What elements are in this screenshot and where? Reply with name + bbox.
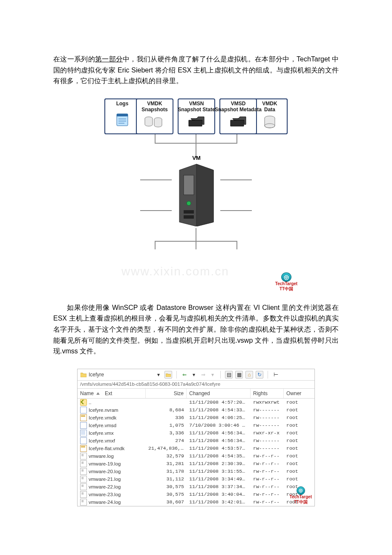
connector (220, 210, 252, 211)
cylinder-icon (254, 113, 285, 130)
card-vmdk-snap-title: VMDK Snapshots (141, 101, 167, 113)
file-row[interactable]: vmware-24.log38,60711/11/2008 3:42:01 PM… (78, 498, 314, 506)
col-header-owner[interactable]: Owner (284, 389, 308, 398)
file-row[interactable]: vmware-22.log30,57511/11/2008 3:37:34 PM… (78, 483, 314, 491)
file-size: 31,112 (146, 476, 187, 482)
file-name-cell: vmware-19.log (78, 460, 146, 467)
file-size: 8,684 (146, 407, 187, 413)
file-changed: 11/11/2008 3:31:55 PM (187, 468, 251, 474)
connector (236, 134, 237, 143)
col-header-size[interactable]: Size (146, 389, 187, 398)
home-icon[interactable]: ⌂ (245, 371, 253, 379)
file-name-cell: Icefyre-flat.vmdk (78, 445, 146, 452)
file-changed: 11/11/2008 4:57:20 PM (187, 399, 251, 405)
forward-menu-icon[interactable]: ▾ (209, 371, 216, 378)
col-header-rights[interactable]: Rights (251, 389, 284, 398)
log-icon (80, 468, 87, 475)
file-row[interactable]: vmware-19.log31,28111/11/2008 2:30:39 PM… (78, 460, 314, 468)
file-name-cell: Icefyre.vmsd (78, 422, 146, 429)
vmdk-icon (80, 445, 87, 452)
file-size: 21,474,836,480 (146, 445, 187, 451)
file-name: .. (89, 400, 91, 405)
col-header-name[interactable]: Name Ext (78, 389, 146, 398)
file-browser-toolbar: Icefyre ▾ ⇐ ▾ ⇒ ▾ ▤ ▦ ⌂ ↻ ⊢ (78, 369, 314, 381)
file-browser-path: /vmfs/volumes/442d541b-cb5a815d-6083-001… (78, 381, 314, 389)
file-row[interactable]: vmware.log32,57911/11/2008 4:54:35 PMrw-… (78, 452, 314, 460)
file-changed: 11/11/2008 4:53:57 PM (187, 445, 251, 451)
file-row[interactable]: Icefyre.vmsd1,0757/10/2008 3:00:46 PMrw-… (78, 422, 314, 429)
file-row[interactable]: Icefyre.nvram8,68411/11/2008 4:54:33 PMr… (78, 406, 314, 414)
folder-stack-icon (180, 113, 213, 130)
file-changed: 11/11/2008 4:06:25 PM (187, 415, 251, 420)
col-header-size-label: Size (174, 390, 184, 396)
connector (155, 241, 196, 242)
file-name-cell: vmware-21.log (78, 476, 146, 483)
page: 在这一系列的第一部分中，我们从硬件角度了解了什么是虚拟机。在本部分中，TechT… (0, 0, 392, 532)
col-header-rights-label: Rights (253, 390, 268, 396)
file-changed: 11/11/2008 3:37:34 PM (187, 484, 251, 489)
file-row[interactable]: vmware-20.log31,17811/11/2008 3:31:55 PM… (78, 468, 314, 475)
file-changed: 11/11/2008 2:30:39 PM (187, 461, 251, 466)
card-vmsd: VMSD Snapshot Metadata (219, 98, 257, 134)
log-icon (80, 453, 87, 460)
doc-icon (80, 407, 87, 413)
techtarget-logo-mark: ◎ (281, 272, 291, 282)
file-row[interactable]: Icefyre.vmxf27411/11/2008 4:56:34 PMrw--… (78, 437, 314, 445)
file-row[interactable]: vmware-23.log30,57511/11/2008 3:40:04 PM… (78, 491, 314, 498)
up-icon (80, 399, 87, 406)
file-name: Icefyre.vmxf (89, 438, 115, 443)
card-logs: Logs (104, 98, 140, 134)
svg-point-30 (187, 201, 191, 205)
connector (196, 143, 237, 144)
forward-icon[interactable]: ⇒ (200, 371, 207, 378)
details-view-icon[interactable]: ▦ (235, 371, 243, 379)
toolbar-separator (176, 371, 177, 379)
file-row[interactable]: ..11/11/2008 4:57:20 PMrwxrwxrwtroot (78, 399, 314, 406)
file-name-cell: vmware-22.log (78, 483, 146, 490)
file-name-cell: .. (78, 399, 146, 406)
file-size: 1,075 (146, 422, 187, 428)
back-menu-icon[interactable]: ▾ (190, 371, 197, 378)
body-paragraph: 如果你使用像 WinSCP 或者 Datastore Browser 这样内置在… (53, 302, 339, 357)
file-row[interactable]: vmware-21.log31,11211/11/2008 3:34:49 PM… (78, 475, 314, 483)
techtarget-logo: ◎ TechTarget TT中国 (272, 272, 300, 292)
file-rights: rw-r--r-- (251, 468, 284, 474)
file-rights: rw-r--r-- (251, 499, 284, 505)
file-size: 31,281 (146, 461, 187, 466)
dropdown-icon[interactable]: ▾ (155, 371, 162, 378)
file-name: vmware-20.log (89, 469, 121, 474)
file-name-cell: vmware.log (78, 453, 146, 460)
col-header-changed[interactable]: Changed (187, 389, 251, 398)
file-changed: 11/11/2008 4:54:33 PM (187, 407, 251, 413)
file-owner: root (284, 461, 308, 466)
card-vmdk-snapshots: VMDK Snapshots (136, 98, 173, 134)
file-owner: root (284, 415, 308, 420)
list-view-icon[interactable]: ▤ (225, 371, 233, 379)
log-icon (80, 491, 87, 498)
file-name: Icefyre.vmdk (89, 415, 116, 420)
file-size: 30,575 (146, 484, 187, 489)
file-size: 30,575 (146, 491, 187, 497)
file-row[interactable]: Icefyre.vmdk33611/11/2008 4:06:25 PMrw--… (78, 414, 314, 422)
up-dir-icon[interactable] (164, 371, 172, 379)
file-rights: rw------- (251, 438, 284, 443)
connector (155, 143, 196, 144)
folder-selector[interactable]: Icefyre (80, 371, 153, 378)
file-changed: 11/11/2008 3:40:04 PM (187, 491, 251, 497)
connector (196, 228, 196, 249)
file-row[interactable]: Icefyre-flat.vmdk21,474,836,48011/11/200… (78, 445, 314, 452)
refresh-icon[interactable]: ↻ (256, 371, 263, 379)
connector (140, 210, 172, 211)
file-size: 3,336 (146, 430, 187, 436)
watermark: www.xixin.com.cn (121, 265, 229, 278)
file-name-cell: Icefyre.vmx (78, 430, 146, 436)
file-name-cell: vmware-23.log (78, 491, 146, 498)
back-icon[interactable]: ⇐ (181, 371, 188, 378)
file-row[interactable]: Icefyre.vmx3,33611/11/2008 4:56:34 PMrwx… (78, 429, 314, 437)
tree-icon[interactable]: ⊢ (272, 371, 279, 378)
intro-link[interactable]: 第一部分 (95, 55, 123, 63)
file-owner: root (284, 399, 308, 405)
col-header-owner-label: Owner (286, 390, 301, 396)
log-icon (80, 499, 87, 506)
techtarget-region: TT中国 (294, 499, 308, 505)
